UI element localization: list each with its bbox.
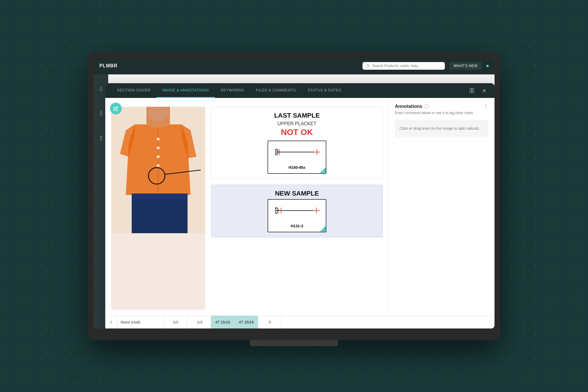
svg-point-28: [486, 108, 486, 108]
new-measure-svg: [273, 203, 323, 221]
annotations-title: Annotations: [395, 104, 422, 109]
image-content: LAST SAMPLE UPPER PLACKET NOT OK: [111, 104, 383, 310]
close-icon[interactable]: [480, 86, 489, 95]
edit-button[interactable]: [110, 103, 122, 114]
image-panel: LAST SAMPLE UPPER PLACKET NOT OK: [105, 98, 389, 316]
laptop-base: [250, 340, 338, 346]
tab-bar: SECTION COVER IMAGE & ANNOTATIONS KEYWOR…: [105, 83, 495, 98]
new-sample-diagram: H131-3: [216, 199, 378, 232]
bottom-table: 4 Waist (Half) 1/2 -1/2 47 15/16 47 15/1…: [105, 316, 495, 328]
last-sample-subtitle: UPPER PLACKET: [216, 121, 378, 126]
svg-rect-2: [470, 89, 472, 93]
tab-section-cover[interactable]: SECTION COVER: [111, 83, 156, 98]
tab-status-dates[interactable]: STATUS & DATES: [302, 83, 347, 98]
laptop-screen: PLMBR WHAT'S NEW hic ost est: [93, 57, 495, 328]
search-input[interactable]: [372, 64, 441, 68]
row-name: Waist (Half): [117, 316, 164, 328]
tab-controls: [467, 86, 489, 95]
last-sample-diagram: H150-45x: [216, 141, 378, 174]
val2: -1/2: [188, 316, 211, 328]
new-sample-box: NEW SAMPLE: [211, 185, 383, 237]
last-sample-code: H150-45x: [273, 165, 321, 170]
sidebar-label: hic: [99, 86, 103, 91]
app-logo: PLMBR: [99, 63, 118, 69]
whats-new-button[interactable]: WHAT'S NEW: [450, 62, 482, 70]
tab-files-comments[interactable]: FILES & COMMENTS: [250, 83, 302, 98]
content-area: LAST SAMPLE UPPER PLACKET NOT OK: [105, 98, 495, 316]
svg-point-26: [486, 104, 486, 105]
right-panel: LAST SAMPLE UPPER PLACKET NOT OK: [211, 107, 383, 310]
svg-line-1: [369, 66, 370, 67]
new-sample-code: H131-3: [273, 224, 321, 228]
annotations-header: Annotations i: [395, 104, 489, 109]
annotations-placeholder: Click or drag lines on the image to add …: [395, 120, 489, 137]
annotations-subtitle: Enter comments below or use # to tag oth…: [395, 111, 489, 115]
product-image: [111, 107, 205, 310]
sidebar-label3: est: [99, 136, 103, 140]
new-sample-title: NEW SAMPLE: [216, 190, 378, 197]
last-sample-box: LAST SAMPLE UPPER PLACKET NOT OK: [211, 107, 383, 179]
top-bar: PLMBR WHAT'S NEW: [93, 57, 495, 74]
svg-rect-13: [132, 194, 188, 199]
tab-image-annotations[interactable]: IMAGE & ANNOTATIONS: [156, 83, 215, 98]
new-measurement-box: H131-3: [268, 199, 326, 232]
more-options-button[interactable]: [483, 104, 489, 109]
val3: 47 15/16: [211, 316, 235, 328]
not-ok-label: NOT OK: [216, 128, 378, 137]
svg-rect-3: [472, 89, 474, 93]
row-number: 4: [105, 316, 117, 328]
last-sample-title: LAST SAMPLE: [216, 112, 378, 119]
measure-svg: [273, 145, 323, 162]
annotations-panel: Annotations i Enter comments below or us…: [389, 98, 495, 316]
info-icon[interactable]: i: [424, 104, 429, 109]
tab-keywords[interactable]: KEYWORDS: [215, 83, 250, 98]
sidebar-label2: ost: [99, 111, 103, 115]
val4: 47 15/16: [235, 316, 258, 328]
app-container: PLMBR WHAT'S NEW hic ost est: [93, 57, 495, 328]
search-bar-container: [363, 62, 445, 70]
laptop-frame: PLMBR WHAT'S NEW hic ost est: [88, 52, 500, 340]
val5: 0: [258, 316, 282, 328]
svg-point-27: [486, 106, 486, 106]
measurement-box: H150-45x: [268, 141, 326, 174]
main-content: hic ost est SECTION COVER IMAGE & ANNOTA…: [93, 74, 495, 328]
val1: 1/2: [164, 316, 188, 328]
svg-point-0: [367, 64, 369, 67]
table-row: 4 Waist (Half) 1/2 -1/2 47 15/16 47 15/1…: [105, 316, 495, 328]
layout-icon[interactable]: [467, 86, 476, 95]
svg-rect-12: [132, 195, 188, 233]
product-svg: [111, 107, 205, 233]
notification-dot: [486, 65, 489, 67]
annotations-title-row: Annotations i: [395, 104, 429, 109]
modal: SECTION COVER IMAGE & ANNOTATIONS KEYWOR…: [105, 83, 495, 328]
search-icon: [366, 64, 370, 68]
